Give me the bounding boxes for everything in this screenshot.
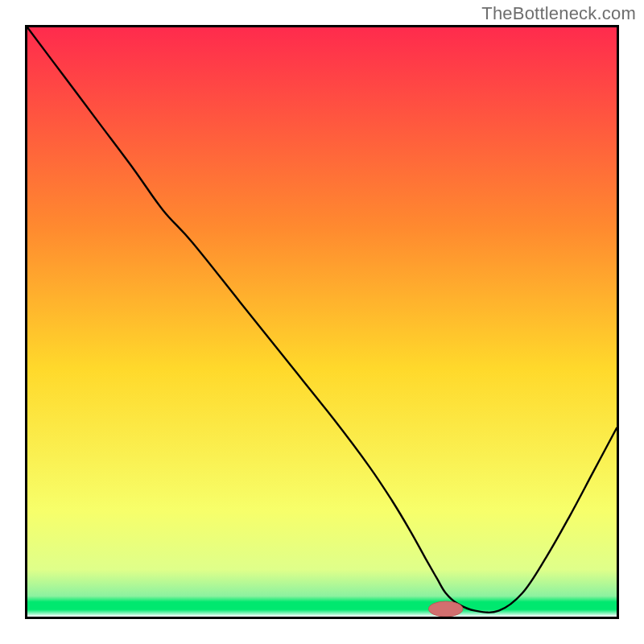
watermark-text: TheBottleneck.com xyxy=(481,3,636,24)
chart-frame: TheBottleneck.com xyxy=(0,0,644,644)
plot-area xyxy=(25,25,619,619)
bottleneck-chart xyxy=(27,27,617,617)
gradient-background xyxy=(27,27,617,617)
optimal-marker xyxy=(428,601,462,617)
